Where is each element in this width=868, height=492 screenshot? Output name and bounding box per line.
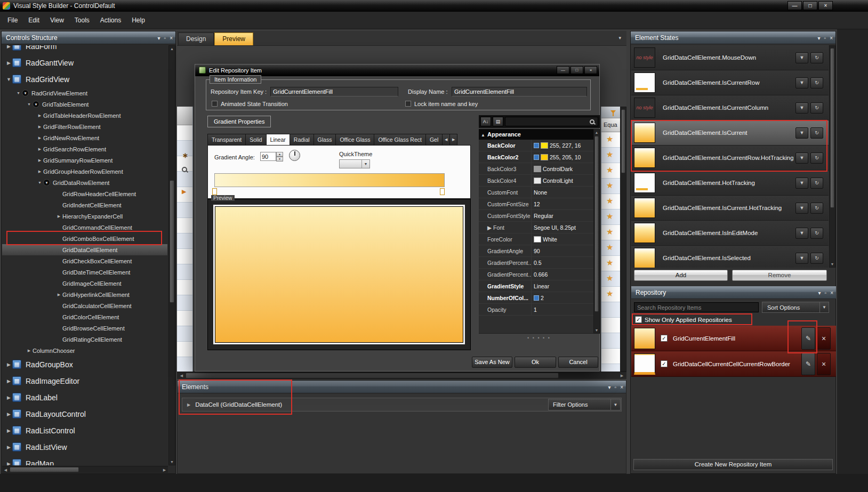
cancel-button[interactable]: Cancel — [558, 357, 598, 368]
quick-theme-dropdown[interactable]: ▼ — [339, 159, 370, 168]
element-state-GridDataCellElement.IsInEditMode[interactable]: GridDataCellElement.IsInEditMode▼↻ — [631, 221, 829, 246]
property-row-CustomFontStyle[interactable]: CustomFontStyleRegular — [479, 210, 593, 222]
expand-arrow-icon[interactable]: ▶ — [36, 158, 43, 163]
pin-icon[interactable]: ▫ — [615, 384, 617, 390]
gradient-stop-handle-left[interactable] — [212, 188, 217, 195]
close-icon[interactable]: × — [818, 1, 833, 10]
state-reset-button[interactable]: ↻ — [810, 152, 823, 164]
filter-options-button[interactable]: Filter Options ▼ — [548, 399, 621, 410]
tree-horizontal-scrollbar[interactable]: ◀ ▶ — [2, 466, 168, 473]
spin-down-icon[interactable]: ▼ — [276, 157, 283, 162]
sort-alphabetical-icon[interactable]: A↓ — [480, 117, 491, 126]
scroll-up-icon[interactable]: ▲ — [169, 47, 175, 51]
state-reset-button[interactable]: ↻ — [810, 228, 823, 239]
tree-item-GridNewRowElement[interactable]: ▶GridNewRowElement — [2, 132, 167, 143]
tree-item-RadGroupBox[interactable]: ▶▦RadGroupBox — [2, 356, 167, 373]
element-state-GridDataCellElement.IsCurrentRow.HotTracking[interactable]: GridDataCellElement.IsCurrentRow.HotTrac… — [631, 146, 829, 171]
pin-icon[interactable]: ▫ — [164, 35, 166, 41]
tree-item-GridIndentCellElement[interactable]: GridIndentCellElement — [2, 199, 167, 211]
edit-repository-item-button[interactable]: ✎ — [801, 353, 815, 375]
scroll-thumb[interactable] — [10, 467, 79, 472]
close-icon[interactable]: × — [830, 290, 833, 296]
property-row-ForeColor[interactable]: ForeColorWhite — [479, 233, 593, 245]
scroll-down-icon[interactable]: ▼ — [594, 328, 599, 332]
tree-item-RadImageEditor[interactable]: ▶▦RadImageEditor — [2, 373, 167, 389]
expand-arrow-icon[interactable]: ▶ — [187, 402, 190, 407]
collapse-arrow-icon[interactable]: ▼ — [5, 77, 12, 82]
tree-item-GridRatingCellElement[interactable]: GridRatingCellElement — [2, 334, 167, 345]
scroll-right-icon[interactable]: ▶ — [618, 372, 625, 379]
menu-view[interactable]: View — [45, 14, 69, 26]
tree-item-RadMap[interactable]: ▶▦RadMap — [2, 455, 167, 465]
expand-arrow-icon[interactable]: ▶ — [55, 293, 62, 297]
property-row-GradientPercent[interactable]: GradientPercent...0.666 — [479, 269, 593, 280]
ok-button[interactable]: Ok — [515, 357, 556, 368]
splitter-grip[interactable]: • • • • • — [515, 335, 563, 341]
expand-arrow-icon[interactable]: ▶ — [5, 60, 12, 66]
style-tab-glass[interactable]: Glass — [314, 134, 336, 146]
spin-up-icon[interactable]: ▲ — [276, 152, 283, 157]
scroll-thumb[interactable] — [830, 48, 834, 208]
state-reset-button[interactable]: ↻ — [810, 127, 823, 139]
scroll-right-icon[interactable]: ▶ — [161, 466, 168, 473]
tree-item-RadForm[interactable]: ▶▦RadForm — [2, 45, 167, 54]
property-row-BackColor4[interactable]: BackColor4ControlLight — [479, 175, 593, 187]
property-category-appearance[interactable]: ▲Appearance — [479, 129, 593, 140]
tree-item-GridBrowseCellElement[interactable]: GridBrowseCellElement — [2, 322, 167, 334]
property-row-GradientStyle[interactable]: GradientStyleLinear — [479, 280, 593, 292]
scroll-thumb[interactable] — [170, 180, 174, 303]
tree-item-GridFilterRowElement[interactable]: ▶GridFilterRowElement — [2, 121, 167, 132]
property-row-CustomFont[interactable]: CustomFontNone — [479, 187, 593, 198]
menu-tools[interactable]: Tools — [69, 14, 95, 26]
tab-scroll-right-icon[interactable]: ▶ — [449, 134, 457, 146]
tree-vertical-scrollbar[interactable]: ▲ ▼ — [168, 45, 175, 465]
gradient-properties-tab[interactable]: Gradient Properties — [207, 116, 271, 127]
scroll-thumb[interactable] — [621, 109, 625, 173]
state-menu-button[interactable]: ▼ — [795, 178, 808, 189]
property-row-GradientAngle[interactable]: GradientAngle90 — [479, 245, 593, 257]
expand-arrow-icon[interactable]: ▶ — [5, 395, 12, 400]
edit-repository-item-button[interactable]: ✎ — [801, 327, 815, 350]
element-state-GridDataCellElement.HotTracking[interactable]: GridDataCellElement.HotTracking▼↻ — [631, 171, 829, 196]
style-tab-office-glass[interactable]: Office Glass — [335, 134, 374, 146]
menu-help[interactable]: Help — [126, 14, 150, 26]
tree-item-RadGridView[interactable]: ▼▦RadGridView — [2, 71, 167, 87]
close-icon[interactable]: × — [170, 35, 173, 41]
state-reset-button[interactable]: ↻ — [810, 178, 823, 189]
tree-item-RadGridViewElement[interactable]: ▼▾RadGridViewElement — [2, 87, 167, 99]
tree-item-RadLabel[interactable]: ▶▦RadLabel — [2, 389, 167, 406]
angle-dial[interactable] — [289, 150, 300, 161]
expand-arrow-icon[interactable]: ▶ — [36, 170, 43, 174]
state-menu-button[interactable]: ▼ — [795, 127, 808, 139]
add-state-button[interactable]: Add — [634, 270, 728, 281]
tree-item-HierarchyExpanderCell[interactable]: ▶HierarchyExpanderCell — [2, 211, 167, 222]
expand-arrow-icon[interactable]: ▶ — [5, 362, 12, 367]
gradient-angle-input[interactable] — [260, 152, 276, 161]
state-menu-button[interactable]: ▼ — [795, 253, 808, 264]
element-state-GridDataCellElement.MouseDown[interactable]: no styleGridDataCellElement.MouseDown▼↻ — [631, 45, 829, 70]
expand-arrow-icon[interactable]: ▶ — [26, 349, 33, 353]
style-tab-gel[interactable]: Gel — [425, 134, 443, 146]
style-tab-linear[interactable]: Linear — [266, 134, 290, 146]
close-icon[interactable]: × — [620, 384, 623, 390]
state-reset-button[interactable]: ↻ — [810, 253, 823, 264]
lock-item-name-checkbox[interactable] — [405, 101, 411, 107]
property-row-CustomFontSize[interactable]: CustomFontSize12 — [479, 198, 593, 210]
repository-item-checkbox[interactable]: ✓ — [661, 360, 668, 367]
property-grid-scrollbar[interactable]: ▲ ▼ — [593, 129, 600, 334]
state-reset-button[interactable]: ↻ — [810, 52, 823, 63]
style-tab-transparent[interactable]: Transparent — [207, 134, 246, 146]
expand-arrow-icon[interactable]: ▶ — [36, 136, 43, 140]
chevron-down-icon[interactable]: ▾ — [618, 35, 621, 41]
state-reset-button[interactable]: ↻ — [810, 102, 823, 114]
minimize-icon[interactable]: — — [787, 1, 802, 10]
repository-search-input[interactable] — [634, 302, 759, 312]
surface-horizontal-scrollbar[interactable]: ◀ ▶ — [177, 372, 626, 379]
element-states-scrollbar[interactable]: ▼ — [829, 45, 835, 268]
tab-scroll-left-icon[interactable]: ◀ — [442, 134, 450, 146]
state-menu-button[interactable]: ▼ — [795, 228, 808, 239]
tree-item-RadGanttView[interactable]: ▶▦RadGanttView — [2, 54, 167, 71]
gradient-stop-handle-right[interactable] — [440, 188, 445, 195]
style-tab-office-glass-rect[interactable]: Office Glass Rect — [374, 134, 426, 146]
scroll-thumb[interactable] — [186, 373, 559, 378]
